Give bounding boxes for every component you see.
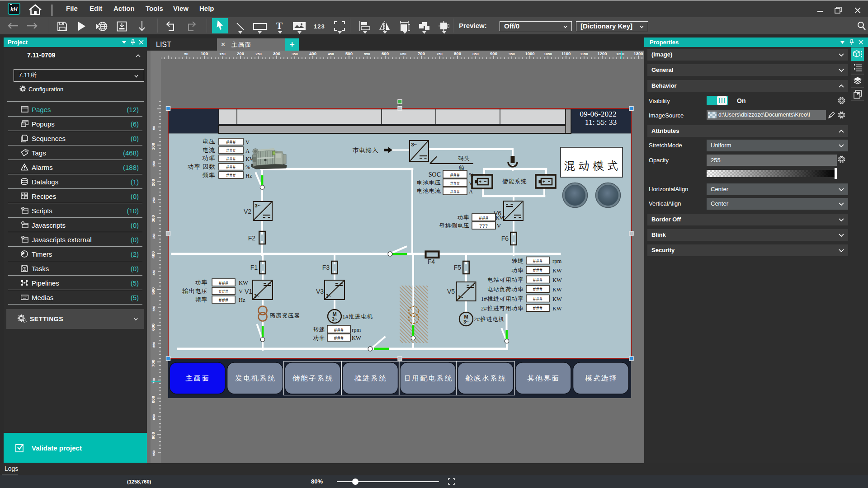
- svg-text:850: 850: [472, 52, 479, 56]
- svg-text:###: ###: [226, 172, 236, 178]
- svg-text:800: 800: [151, 396, 156, 403]
- svg-text:700: 700: [418, 51, 425, 56]
- svg-text:F5: F5: [454, 264, 462, 271]
- svg-text:###: ###: [533, 267, 543, 273]
- svg-text:推进系统: 推进系统: [354, 373, 387, 383]
- svg-text:1050: 1050: [544, 52, 552, 56]
- svg-text:A: A: [245, 148, 250, 154]
- svg-text:Hz: Hz: [239, 297, 245, 303]
- svg-text:日用配电系统: 日用配电系统: [404, 373, 453, 383]
- svg-text:300: 300: [273, 51, 280, 56]
- svg-text:1300: 1300: [633, 51, 643, 56]
- svg-text:1150: 1150: [580, 52, 588, 56]
- svg-text:储能系统: 储能系统: [502, 177, 527, 185]
- svg-text:250: 250: [255, 52, 262, 56]
- svg-text:转速: 转速: [313, 325, 326, 333]
- svg-text:2#推进可用功率: 2#推进可用功率: [481, 304, 524, 312]
- svg-text:V: V: [497, 223, 501, 229]
- svg-text:3~: 3~: [255, 203, 261, 208]
- svg-text:900: 900: [490, 51, 497, 56]
- svg-text:%: %: [469, 172, 473, 178]
- svg-text:电池电压: 电池电压: [416, 178, 441, 187]
- svg-text:隔离变压器: 隔离变压器: [269, 311, 300, 319]
- svg-text:400: 400: [309, 51, 316, 56]
- svg-text:频率: 频率: [195, 296, 208, 304]
- svg-text:550: 550: [364, 52, 370, 56]
- svg-text:M: M: [332, 311, 336, 317]
- svg-text:850: 850: [152, 414, 156, 420]
- svg-text:功率: 功率: [202, 154, 215, 162]
- svg-text:频率: 频率: [202, 171, 215, 179]
- svg-text:V1: V1: [245, 288, 252, 295]
- svg-text:150: 150: [219, 52, 226, 56]
- svg-text:###: ###: [533, 296, 543, 302]
- svg-text:SOC: SOC: [429, 171, 441, 178]
- svg-text:###: ###: [479, 215, 489, 221]
- svg-text:###: ###: [219, 297, 229, 303]
- svg-text:A: A: [469, 188, 473, 195]
- svg-text:输出电压: 输出电压: [182, 287, 208, 295]
- svg-text:rpm: rpm: [352, 327, 361, 333]
- svg-text:350: 350: [152, 234, 156, 239]
- svg-text:船: 船: [458, 164, 464, 172]
- svg-text:###: ###: [226, 155, 236, 162]
- svg-text:###: ###: [450, 188, 460, 195]
- svg-text:150: 150: [152, 161, 156, 167]
- svg-text:1200: 1200: [597, 51, 607, 56]
- svg-text:1#推进电机: 1#推进电机: [342, 312, 373, 320]
- svg-text:###: ###: [219, 288, 229, 295]
- svg-text:母排侧电压: 母排侧电压: [439, 221, 470, 230]
- svg-text:1250: 1250: [616, 52, 624, 56]
- svg-text:100: 100: [151, 143, 156, 150]
- svg-text:F1: F1: [250, 264, 258, 271]
- svg-text:KW: KW: [552, 296, 562, 302]
- svg-text:%: %: [245, 164, 250, 170]
- svg-text:###: ###: [226, 147, 236, 154]
- svg-text:11: 55: 33: 11: 55: 33: [585, 117, 617, 127]
- svg-text:V6: V6: [494, 210, 501, 217]
- svg-text:舱底水系统: 舱底水系统: [465, 373, 506, 383]
- svg-text:rpm: rpm: [552, 258, 561, 264]
- svg-text:V: V: [245, 139, 250, 145]
- svg-text:V3: V3: [316, 288, 324, 295]
- svg-text:###: ###: [533, 277, 543, 283]
- svg-text:200: 200: [237, 51, 244, 56]
- svg-text:F3: F3: [322, 264, 330, 271]
- svg-text:###: ###: [450, 172, 460, 178]
- svg-text:###: ###: [533, 258, 543, 264]
- svg-text:3~: 3~: [326, 293, 331, 299]
- svg-text:950: 950: [152, 450, 156, 456]
- svg-text:发电机系统: 发电机系统: [235, 373, 275, 383]
- svg-text:3~: 3~: [411, 142, 417, 147]
- svg-text:200: 200: [151, 179, 156, 186]
- svg-text:900: 900: [151, 432, 156, 439]
- svg-text:1000: 1000: [525, 51, 534, 56]
- svg-text:2#推进电机: 2#推进电机: [474, 315, 505, 323]
- svg-text:250: 250: [152, 197, 156, 203]
- svg-text:F6: F6: [501, 235, 509, 242]
- svg-text:550: 550: [152, 306, 156, 312]
- svg-text:主画面: 主画面: [185, 373, 210, 383]
- svg-text:???: ???: [479, 223, 488, 229]
- svg-text:市电接入: 市电接入: [352, 146, 378, 155]
- svg-text:###: ###: [219, 280, 229, 286]
- svg-text:KW: KW: [552, 286, 562, 293]
- svg-text:混动模式: 混动模式: [564, 158, 621, 173]
- svg-text:V2: V2: [244, 208, 251, 215]
- svg-text:KW: KW: [552, 305, 562, 312]
- svg-text:KW: KW: [352, 335, 361, 341]
- svg-text:50: 50: [184, 52, 189, 56]
- svg-text:电压: 电压: [202, 137, 215, 145]
- svg-text:功率: 功率: [511, 266, 524, 274]
- svg-text:300: 300: [151, 215, 156, 222]
- svg-text:400: 400: [151, 251, 156, 258]
- svg-text:450: 450: [328, 52, 334, 56]
- svg-text:功率 因数: 功率 因数: [187, 162, 215, 171]
- svg-text:Hz: Hz: [245, 173, 252, 179]
- svg-text:电池电流: 电池电流: [416, 187, 441, 195]
- svg-text:3~: 3~: [463, 319, 469, 324]
- svg-text:电站可用功率: 电站可用功率: [487, 276, 524, 284]
- svg-text:V5: V5: [447, 288, 455, 295]
- svg-text:600: 600: [151, 324, 156, 331]
- svg-text:码头: 码头: [458, 155, 470, 162]
